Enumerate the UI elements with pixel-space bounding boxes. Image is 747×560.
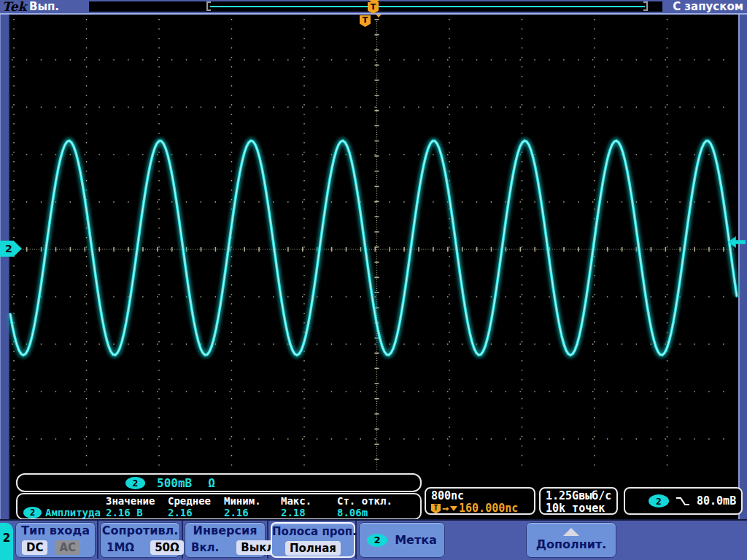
record-view-strip: T — [89, 1, 662, 12]
channel-impedance-text: Ω — [208, 476, 215, 490]
invert-on-option[interactable]: Вкл. — [191, 540, 219, 555]
invert-menu-button[interactable]: Инверсия Вкл. Выкл — [185, 522, 266, 558]
record-length-text: 10k точек — [546, 502, 616, 515]
menu-channel-tab[interactable]: 2 — [0, 523, 13, 560]
trigger-delay-text: 160.000nс — [459, 502, 518, 515]
sample-rate-text: 1.25Gвыб/с — [546, 490, 616, 502]
timebase-readout-box: 800nс T→160.000nс — [425, 487, 535, 515]
trigger-status-text: Вып. — [29, 1, 59, 13]
label-menu-button[interactable]: 2 Метка — [359, 522, 445, 558]
record-window-bracket-left — [206, 1, 211, 11]
bandwidth-full-option[interactable]: Полная — [285, 541, 341, 556]
record-view-trace — [210, 6, 645, 7]
impedance-title: Сопротивл. — [101, 523, 179, 539]
bandwidth-title: Полоса проп. — [272, 524, 354, 540]
label-channel-badge: 2 — [367, 534, 387, 547]
meas-stddev: 8.06m — [337, 507, 420, 518]
meas-mean: 2.16 — [168, 507, 224, 518]
meas-name: Амплитуда — [45, 507, 101, 518]
channel2-badge: 2 — [125, 477, 145, 489]
acquisition-mode-text: С запуском — [673, 1, 743, 13]
channel-readout-bar: 2 500mB Ω — [16, 473, 422, 492]
oscilloscope-screen: Tek Вып. T С запуском T 2 2 500mB Ω Знач… — [0, 0, 747, 560]
meas-channel-badge: 2 — [23, 507, 42, 518]
meas-header-max: Макс. — [281, 495, 337, 507]
trigger-channel-badge: 2 — [649, 494, 669, 508]
top-status-bar: Tek Вып. T С запуском — [0, 0, 747, 15]
sample-rate-box: 1.25Gвыб/с 10k точек — [539, 487, 618, 515]
meas-header-mean: Среднее — [168, 495, 224, 507]
channel-scale-text: 500mB — [157, 476, 192, 490]
invert-title: Инверсия — [185, 523, 265, 539]
impedance-menu-button[interactable]: Сопротивл. 1MΩ 50Ω — [100, 522, 180, 558]
bandwidth-menu-button[interactable]: Полоса проп. Полная — [271, 522, 355, 558]
ground-coupling-icon[interactable] — [88, 541, 89, 554]
more-title: Дополнит. — [536, 537, 607, 553]
meas-value: 2.16 В — [106, 507, 168, 518]
coupling-dc-option[interactable]: DC — [22, 540, 47, 555]
meas-header-min: Миним. — [224, 495, 281, 507]
record-window-bracket-right — [643, 1, 648, 11]
measurement-readout-panel: Значение Среднее Миним. Макс. Ст. откл. … — [16, 493, 422, 520]
impedance-50-option[interactable]: 50Ω — [150, 540, 184, 555]
impedance-1m-option[interactable]: 1MΩ — [107, 540, 134, 555]
record-trigger-t-icon: T — [368, 2, 379, 14]
triangle-down-icon — [450, 506, 457, 511]
coupling-title: Тип входа — [16, 523, 95, 539]
menu-separator — [97, 521, 98, 559]
meas-header-stddev: Ст. откл. — [337, 495, 420, 507]
more-menu-button[interactable]: Дополнит. — [526, 522, 616, 558]
triangle-up-icon — [563, 528, 579, 536]
meas-max: 2.18 — [281, 507, 337, 518]
meas-min: 2.16 — [224, 507, 281, 518]
meas-header-value: Значение — [106, 495, 168, 507]
trigger-level-text: 80.0mB — [697, 495, 736, 508]
label-title: Метка — [395, 532, 437, 548]
measurement-row-amplitude: 2 Амплитуда 2.16 В 2.16 2.16 2.18 8.06m — [23, 507, 420, 518]
timebase-scale-text: 800nс — [431, 490, 534, 502]
coupling-menu-button[interactable]: Тип входа DC AC — [15, 522, 96, 558]
tek-logo: Tek — [2, 0, 26, 13]
measurement-header-row: Значение Среднее Миним. Макс. Ст. откл. — [23, 495, 420, 507]
coupling-ac-option[interactable]: AC — [55, 540, 80, 555]
trigger-readout-box: 2 80.0mB — [624, 487, 743, 515]
falling-edge-icon — [676, 496, 690, 507]
arrow-right-icon: → — [442, 502, 449, 515]
trigger-t-icon: T — [431, 504, 441, 514]
